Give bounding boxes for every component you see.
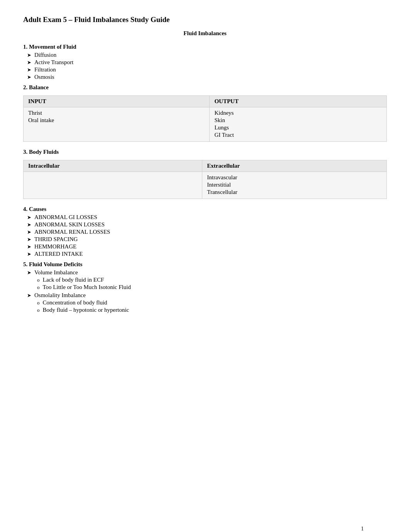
circle-icon: o	[37, 307, 40, 313]
list-item: o Concentration of body fluid	[37, 299, 387, 306]
list-item-text: Diffusion	[34, 52, 56, 58]
arrow-icon: ➤	[27, 244, 31, 250]
output-header: OUTPUT	[210, 96, 387, 107]
list-item: ➤ Filtration	[27, 66, 387, 73]
section-4: 4. Causes ➤ ABNORMAL GI LOSSES ➤ ABNORMA…	[23, 206, 387, 257]
list-item: ➤ THRID SPACING	[27, 236, 387, 243]
list-item: Kidneys	[214, 110, 382, 116]
section4-list: ➤ ABNORMAL GI LOSSES ➤ ABNORMAL SKIN LOS…	[23, 214, 387, 257]
circle-icon: o	[37, 277, 40, 283]
arrow-icon: ➤	[27, 270, 31, 276]
list-item-text: Volume Imbalance	[34, 269, 78, 276]
list-item: Transcellular	[207, 189, 382, 195]
input-header: INPUT	[24, 96, 210, 107]
section-2: 2. Balance INPUT OUTPUT Thrist Oral inta…	[23, 84, 387, 142]
list-item-text: Active Transport	[34, 59, 73, 66]
section-3: 3. Body Fluids Intracellular Extracellul…	[23, 149, 387, 199]
list-item-text: ALTERED INTAKE	[34, 251, 83, 257]
table-row: Intravascular Interstitial Transcellular	[24, 172, 387, 199]
section3-heading: 3. Body Fluids	[23, 149, 387, 155]
arrow-icon: ➤	[27, 222, 31, 228]
arrow-icon: ➤	[27, 52, 31, 58]
list-item-text: THRID SPACING	[34, 236, 78, 243]
arrow-icon: ➤	[27, 292, 31, 299]
page-wrapper: Adult Exam 5 – Fluid Imbalances Study Gu…	[23, 15, 387, 532]
extracellular-list: Intravascular Interstitial Transcellular	[207, 174, 382, 195]
section1-list: ➤ Diffusion ➤ Active Transport ➤ Filtrat…	[23, 52, 387, 80]
section5-heading: 5. Fluid Volume Deficits	[23, 261, 387, 268]
list-item: Skin	[214, 117, 382, 124]
center-title: Fluid Imbalances	[23, 30, 387, 37]
list-item-text: HEMMORHAGE	[34, 243, 76, 250]
input-cell: Thrist Oral intake	[24, 107, 210, 142]
list-item-text: ABNORMAL RENAL LOSSES	[34, 229, 110, 235]
list-item: o Lack of body fluid in ECF	[37, 277, 387, 283]
list-item-text: Body fluid – hypotonic or hypertonic	[43, 307, 129, 313]
list-item-text: Osmolality Imbalance	[34, 292, 86, 299]
list-item-text: Lack of body fluid in ECF	[43, 277, 104, 283]
list-item: ➤ Osmosis	[27, 74, 387, 80]
list-item: ➤ Osmolality Imbalance	[27, 292, 387, 299]
arrow-icon: ➤	[27, 67, 31, 73]
arrow-icon: ➤	[27, 251, 31, 257]
section5-circle-list-1: o Lack of body fluid in ECF o Too Little…	[23, 277, 387, 291]
list-item-text: ABNORMAL SKIN LOSSES	[34, 221, 105, 228]
list-item: ➤ ALTERED INTAKE	[27, 251, 387, 257]
page-title: Adult Exam 5 – Fluid Imbalances Study Gu…	[23, 15, 387, 24]
output-cell: Kidneys Skin Lungs GI Tract	[210, 107, 387, 142]
list-item: ➤ ABNORMAL GI LOSSES	[27, 214, 387, 221]
arrow-icon: ➤	[27, 236, 31, 243]
arrow-icon: ➤	[27, 74, 31, 80]
list-item: Thrist	[28, 110, 205, 116]
page-number: 1	[361, 526, 364, 532]
section5-arrow-list-2: ➤ Osmolality Imbalance	[23, 292, 387, 299]
list-item: GI Tract	[214, 132, 382, 138]
list-item-text: Osmosis	[34, 74, 54, 80]
list-item: Interstitial	[207, 182, 382, 188]
extracellular-cell: Intravascular Interstitial Transcellular	[202, 172, 387, 199]
list-item: ➤ Active Transport	[27, 59, 387, 66]
input-list: Thrist Oral intake	[28, 110, 205, 124]
list-item: o Too Little or Too Much Isotonic Fluid	[37, 284, 387, 291]
section2-heading: 2. Balance	[23, 84, 387, 91]
section1-heading: 1. Movement of Fluid	[23, 44, 387, 50]
list-item: ➤ ABNORMAL SKIN LOSSES	[27, 221, 387, 228]
table-row: Thrist Oral intake Kidneys Skin Lungs GI…	[24, 107, 387, 142]
list-item-text: Concentration of body fluid	[43, 299, 107, 306]
intracellular-header: Intracellular	[24, 160, 202, 172]
circle-icon: o	[37, 300, 40, 306]
list-item-text: Too Little or Too Much Isotonic Fluid	[43, 284, 131, 291]
output-list: Kidneys Skin Lungs GI Tract	[214, 110, 382, 138]
section-1: 1. Movement of Fluid ➤ Diffusion ➤ Activ…	[23, 44, 387, 80]
list-item: Lungs	[214, 124, 382, 131]
balance-table: INPUT OUTPUT Thrist Oral intake Kidneys	[23, 95, 387, 142]
list-item: Oral intake	[28, 117, 205, 124]
arrow-icon: ➤	[27, 229, 31, 235]
extracellular-header: Extracellular	[202, 160, 387, 172]
circle-icon: o	[37, 284, 40, 291]
list-item: o Body fluid – hypotonic or hypertonic	[37, 307, 387, 313]
list-item: ➤ HEMMORHAGE	[27, 243, 387, 250]
list-item: ➤ ABNORMAL RENAL LOSSES	[27, 229, 387, 235]
body-fluids-table: Intracellular Extracellular Intravascula…	[23, 160, 387, 199]
section5-circle-list-2: o Concentration of body fluid o Body flu…	[23, 299, 387, 313]
section5-arrow-list-1: ➤ Volume Imbalance	[23, 269, 387, 276]
list-item: Intravascular	[207, 174, 382, 181]
arrow-icon: ➤	[27, 214, 31, 221]
list-item: ➤ Volume Imbalance	[27, 269, 387, 276]
arrow-icon: ➤	[27, 59, 31, 66]
list-item: ➤ Diffusion	[27, 52, 387, 58]
list-item-text: Filtration	[34, 66, 56, 73]
intracellular-cell	[24, 172, 202, 199]
section4-heading: 4. Causes	[23, 206, 387, 212]
section-5: 5. Fluid Volume Deficits ➤ Volume Imbala…	[23, 261, 387, 313]
list-item-text: ABNORMAL GI LOSSES	[34, 214, 97, 221]
